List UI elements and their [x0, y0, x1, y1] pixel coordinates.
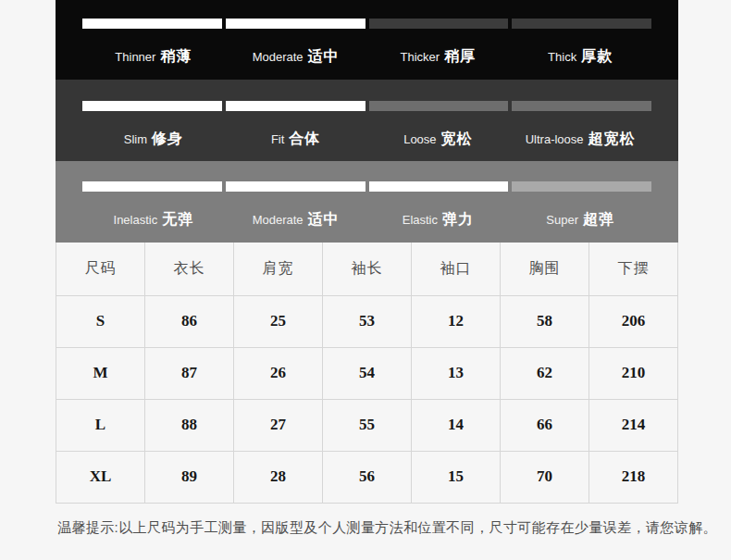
scale-option-label: Inelastic无弹	[82, 210, 225, 229]
elasticity-scale-panel: Inelastic无弹 Moderate适中 Elastic弹力 Super超弹	[56, 161, 678, 243]
fit-scale-panel: Slim修身 Fit合体 Loose宽松 Ultra-loose超宽松	[56, 80, 678, 161]
scale-segment	[512, 181, 651, 192]
size-table-header-cell: 袖长	[323, 243, 412, 295]
option-en-text: Fit	[271, 132, 284, 146]
scale-segment	[226, 19, 366, 29]
size-value-cell: 70	[501, 451, 589, 503]
option-en-text: Slim	[124, 132, 147, 146]
option-en-text: Ultra-loose	[526, 132, 584, 146]
scale-option-label: Slim修身	[82, 130, 225, 148]
thickness-scale-bar	[82, 19, 651, 29]
option-cn-text: 宽松	[441, 131, 473, 146]
option-cn-text: 适中	[308, 211, 340, 227]
scale-segment	[82, 101, 222, 111]
size-value-cell: 13	[412, 347, 501, 399]
elasticity-scale-labels: Inelastic无弹 Moderate适中 Elastic弹力 Super超弹	[82, 210, 651, 229]
option-en-text: Thicker	[401, 50, 440, 64]
scale-segment	[82, 181, 222, 192]
scale-option-label: Elastic弹力	[367, 210, 510, 229]
option-cn-text: 无弹	[162, 211, 193, 227]
size-label-cell: S	[56, 295, 145, 347]
fit-scale-bar	[82, 101, 651, 111]
size-chart-content: Thinner稍薄 Moderate适中 Thicker稍厚 Thick厚款	[56, 0, 678, 537]
option-cn-text: 稍厚	[444, 48, 476, 64]
option-cn-text: 稍薄	[160, 48, 192, 64]
scale-option-label: Super超弹	[509, 210, 651, 229]
option-cn-text: 厚款	[581, 48, 613, 64]
scale-option-label: Ultra-loose超宽松	[509, 130, 651, 148]
size-table-header-cell: 肩宽	[234, 243, 323, 295]
size-value-cell: 14	[412, 399, 501, 451]
scale-option-label: Fit合体	[225, 130, 367, 148]
scale-option-label: Moderate适中	[225, 210, 367, 229]
size-value-cell: 89	[145, 451, 234, 503]
size-value-cell: 218	[589, 451, 678, 503]
scale-segment	[512, 19, 651, 29]
thickness-scale-panel: Thinner稍薄 Moderate适中 Thicker稍厚 Thick厚款	[56, 0, 678, 80]
scale-segment	[82, 19, 222, 29]
scale-option-label: Loose宽松	[367, 130, 510, 148]
scale-option-label: Thicker稍厚	[367, 47, 510, 66]
size-label-cell: L	[56, 399, 145, 451]
size-value-cell: 88	[145, 399, 234, 451]
scale-option-label: Thinner稍薄	[82, 47, 225, 66]
scale-segment	[369, 181, 509, 192]
size-label-cell: M	[56, 347, 145, 399]
size-table-row: XL8928561570218	[56, 451, 678, 503]
option-cn-text: 合体	[289, 131, 320, 146]
size-table-row: M8726541362210	[56, 347, 678, 399]
size-table-header-cell: 衣长	[145, 243, 234, 295]
scale-segment	[369, 101, 509, 111]
size-table-row: L8827551466214	[56, 399, 678, 451]
size-value-cell: 55	[323, 399, 412, 451]
fit-scale-labels: Slim修身 Fit合体 Loose宽松 Ultra-loose超宽松	[82, 130, 651, 148]
size-value-cell: 86	[145, 295, 234, 347]
size-value-cell: 53	[323, 295, 412, 347]
size-table-head: 尺码 衣长 肩宽 袖长 袖口 胸围 下摆	[56, 243, 678, 295]
size-value-cell: 87	[145, 347, 234, 399]
option-en-text: Inelastic	[114, 213, 158, 227]
size-value-cell: 26	[234, 347, 323, 399]
size-table-header-cell: 袖口	[412, 243, 501, 295]
option-en-text: Elastic	[403, 213, 438, 227]
size-value-cell: 58	[501, 295, 589, 347]
scale-segment	[226, 181, 366, 192]
scale-option-label: Thick厚款	[509, 47, 651, 66]
size-value-cell: 66	[501, 399, 589, 451]
size-value-cell: 56	[323, 451, 412, 503]
size-label-cell: XL	[56, 451, 145, 503]
size-value-cell: 210	[589, 347, 678, 399]
scale-segment	[226, 101, 366, 111]
option-en-text: Thick	[548, 50, 576, 64]
scale-option-label: Moderate适中	[225, 47, 367, 66]
option-cn-text: 超弹	[583, 211, 614, 227]
disclaimer-note: 温馨提示:以上尺码为手工测量，因版型及个人测量方法和位置不同，尺寸可能存在少量误…	[57, 519, 678, 537]
size-table-row: S8625531258206	[56, 295, 678, 347]
size-value-cell: 28	[234, 451, 323, 503]
size-value-cell: 214	[589, 399, 678, 451]
option-cn-text: 弹力	[442, 211, 474, 227]
size-value-cell: 27	[234, 399, 323, 451]
size-table-header-row: 尺码 衣长 肩宽 袖长 袖口 胸围 下摆	[56, 243, 678, 295]
size-table-header-cell: 尺码	[56, 243, 145, 295]
size-value-cell: 206	[589, 295, 678, 347]
option-cn-text: 适中	[308, 48, 340, 64]
option-cn-text: 超宽松	[589, 131, 636, 146]
elasticity-scale-bar	[82, 181, 651, 192]
option-en-text: Super	[546, 213, 578, 227]
size-value-cell: 54	[323, 347, 412, 399]
scale-segment	[512, 101, 651, 111]
option-en-text: Moderate	[253, 50, 304, 64]
option-en-text: Thinner	[115, 50, 155, 64]
thickness-scale-labels: Thinner稍薄 Moderate适中 Thicker稍厚 Thick厚款	[82, 47, 651, 66]
size-table: 尺码 衣长 肩宽 袖长 袖口 胸围 下摆 S8625531258206M8726…	[56, 243, 678, 504]
size-value-cell: 25	[234, 295, 323, 347]
option-en-text: Loose	[403, 132, 436, 146]
option-cn-text: 修身	[152, 131, 183, 146]
size-value-cell: 62	[501, 347, 589, 399]
size-value-cell: 12	[412, 295, 501, 347]
size-table-header-cell: 胸围	[501, 243, 589, 295]
size-value-cell: 15	[412, 451, 501, 503]
option-en-text: Moderate	[253, 213, 304, 227]
scale-segment	[369, 19, 509, 29]
